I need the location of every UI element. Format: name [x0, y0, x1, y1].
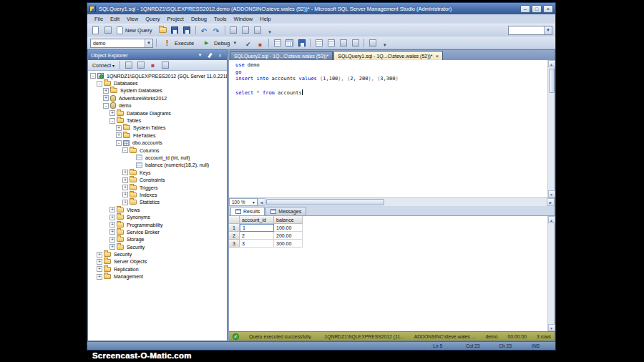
menu-project[interactable]: Project: [164, 15, 187, 23]
expand-icon[interactable]: +: [122, 200, 128, 205]
tree-node-databases[interactable]: -Databases: [88, 79, 227, 87]
tab-close-icon[interactable]: ×: [436, 54, 439, 59]
parse-icon[interactable]: [243, 38, 253, 48]
tree-node-keys[interactable]: +Keys: [88, 169, 227, 176]
database-combobox[interactable]: demo ▼: [90, 39, 153, 48]
new-connection-icon[interactable]: [90, 25, 101, 35]
specify-template-values-icon[interactable]: [367, 38, 378, 48]
tree-node-system-tables[interactable]: +System Tables: [88, 124, 227, 132]
expand-icon[interactable]: +: [122, 192, 128, 197]
comment-selection-icon[interactable]: [313, 38, 324, 48]
code-area[interactable]: use demogoinsert into accounts values (1…: [229, 60, 547, 197]
minimize-button[interactable]: –: [520, 5, 530, 13]
grid-cell[interactable]: 1: [240, 224, 274, 232]
tree-node-account-id-int-null[interactable]: account_id (int, null): [88, 154, 227, 161]
tree-node-columns[interactable]: -Columns: [88, 147, 227, 154]
tree-node-filetables[interactable]: +FileTables: [88, 132, 227, 139]
cancel-executing-query-icon[interactable]: [255, 38, 265, 48]
toolbar-options-2-icon[interactable]: [379, 38, 390, 48]
menu-help[interactable]: Help: [256, 15, 274, 23]
uncomment-selection-icon[interactable]: [326, 38, 336, 48]
tree-node-database-diagrams[interactable]: +Database Diagrams: [88, 109, 227, 117]
expand-icon[interactable]: +: [122, 185, 128, 190]
grid-row-header[interactable]: 1: [229, 224, 240, 232]
oe-stop-icon[interactable]: [147, 60, 158, 70]
grid-cell[interactable]: 2: [240, 232, 274, 240]
grid-row-header[interactable]: 3: [229, 240, 240, 248]
save-icon[interactable]: [170, 25, 180, 35]
title-bar[interactable]: SQLQuery1.sql - 1QNRDZ1\SQLEXPRESS2012.d…: [87, 3, 555, 14]
scroll-left-icon[interactable]: ◀: [258, 198, 265, 206]
oe-refresh-icon[interactable]: [123, 60, 134, 70]
document-tab[interactable]: SQLQuery1.sql - 1Q...C\steve.wales (52))…: [333, 51, 443, 60]
expand-icon[interactable]: +: [109, 207, 115, 212]
indent-icon[interactable]: [338, 38, 348, 48]
scroll-up-icon[interactable]: ▲: [548, 60, 555, 67]
tree-node-server-objects[interactable]: +Server Objects: [88, 258, 227, 265]
connect-button[interactable]: Connect ▾: [90, 62, 117, 69]
debug-button[interactable]: Debug: [199, 37, 241, 49]
collapse-icon[interactable]: -: [109, 118, 115, 124]
results-to-text-icon[interactable]: [272, 38, 283, 48]
activity-monitor-icon[interactable]: [102, 25, 113, 35]
chevron-down-icon[interactable]: [232, 38, 238, 48]
undo-icon[interactable]: [199, 25, 210, 35]
expand-icon[interactable]: +: [122, 170, 128, 175]
results-vertical-scrollbar[interactable]: ▲ ▼: [547, 216, 555, 331]
grid-cell[interactable]: 300.00: [274, 240, 303, 248]
close-panel-icon[interactable]: ×: [216, 52, 224, 59]
document-tab[interactable]: SQLQuery2.sql - 1Q...C\steve.wales (53))…: [230, 51, 333, 60]
chevron-down-icon[interactable]: ▼: [145, 39, 152, 47]
tree-node-constraints[interactable]: +Constraints: [88, 176, 227, 183]
open-file-icon[interactable]: [157, 25, 168, 35]
expand-icon[interactable]: +: [109, 222, 115, 228]
tree-node-demo[interactable]: -demo: [88, 102, 227, 109]
grid-row-header[interactable]: 2: [229, 232, 240, 240]
menu-file[interactable]: File: [91, 15, 107, 23]
expand-icon[interactable]: +: [103, 88, 109, 94]
collapse-icon[interactable]: -: [90, 73, 96, 79]
tree-node-system-databases[interactable]: +System Databases: [88, 87, 227, 94]
tree-node-1qnrdz1-sqlexpress2012-sql-s[interactable]: -1QNRDZ1\SQLEXPRESS2012 (SQL Server 11.0…: [88, 72, 227, 79]
expand-icon[interactable]: +: [109, 237, 115, 243]
menu-edit[interactable]: Edit: [107, 15, 123, 23]
object-tree[interactable]: -1QNRDZ1\SQLEXPRESS2012 (SQL Server 11.0…: [88, 71, 227, 341]
scrollbar-thumb[interactable]: [266, 199, 384, 205]
grid-column-header[interactable]: balance: [274, 216, 303, 224]
tree-node-security[interactable]: +Security: [88, 243, 227, 250]
menu-tools[interactable]: Tools: [210, 15, 230, 23]
tree-node-management[interactable]: +Management: [88, 273, 227, 280]
oe-filter-icon[interactable]: [135, 60, 146, 70]
expand-icon[interactable]: +: [97, 259, 102, 265]
tree-node-adventureworks2012[interactable]: +AdventureWorks2012: [88, 94, 227, 102]
tree-node-triggers[interactable]: +Triggers: [88, 184, 227, 191]
chevron-down-icon[interactable]: ▼: [544, 26, 552, 34]
expand-icon[interactable]: +: [116, 125, 122, 131]
pin-icon[interactable]: [206, 52, 214, 59]
grid-cell[interactable]: 3: [240, 240, 274, 248]
window-position-icon[interactable]: ▾: [196, 52, 204, 59]
expand-icon[interactable]: +: [109, 244, 115, 250]
collapse-icon[interactable]: -: [97, 81, 102, 87]
expand-icon[interactable]: +: [97, 252, 102, 258]
scroll-right-icon[interactable]: ▶: [547, 198, 555, 206]
menu-debug[interactable]: Debug: [187, 15, 210, 23]
grid-cell[interactable]: 200.00: [274, 232, 303, 240]
expand-icon[interactable]: +: [122, 177, 128, 183]
object-explorer-header[interactable]: Object Explorer ▾ ×: [88, 50, 227, 60]
editor-horizontal-scrollbar[interactable]: [265, 198, 547, 206]
execute-button[interactable]: Execute: [160, 37, 197, 49]
redo-icon[interactable]: [211, 25, 222, 35]
grid-cell[interactable]: 100.00: [274, 224, 303, 232]
navigate-forward-icon[interactable]: [253, 25, 263, 35]
save-all-icon[interactable]: [182, 25, 192, 35]
results-to-file-icon[interactable]: [296, 38, 307, 48]
results-to-grid-icon[interactable]: [284, 38, 295, 48]
expand-icon[interactable]: +: [116, 132, 122, 138]
toolbar-generic-combobox[interactable]: ▼: [508, 26, 552, 35]
expand-icon[interactable]: +: [109, 229, 115, 235]
toolbar-options-icon[interactable]: [265, 25, 275, 35]
scroll-up-icon[interactable]: ▲: [548, 216, 555, 223]
tree-node-replication[interactable]: +Replication: [88, 265, 227, 273]
menu-view[interactable]: View: [123, 15, 142, 23]
